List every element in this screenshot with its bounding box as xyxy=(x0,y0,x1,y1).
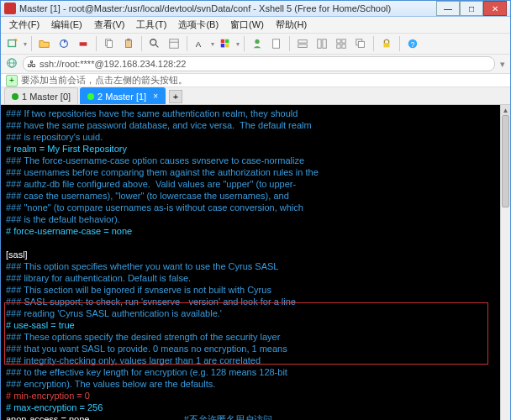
address-field[interactable]: 🖧 ssh://root:****@192.168.234.128:22 xyxy=(23,56,495,71)
svg-rect-12 xyxy=(221,39,224,43)
svg-rect-13 xyxy=(225,39,229,43)
menu-file[interactable]: 文件(F) xyxy=(4,17,45,33)
svg-rect-14 xyxy=(221,44,224,47)
svg-text:?: ? xyxy=(410,40,414,49)
hint-bar: + 要添加当前会话，点击左侧的箭头按钮。 xyxy=(1,74,510,87)
hint-text: 要添加当前会话，点击左侧的箭头按钮。 xyxy=(21,74,187,87)
lock-button[interactable] xyxy=(378,35,395,52)
window-title: Master [1] - root@Master:/usr/local/devt… xyxy=(19,3,436,13)
svg-rect-2 xyxy=(80,42,87,45)
copy-button[interactable] xyxy=(101,35,118,52)
font-button[interactable]: A xyxy=(192,35,208,52)
menu-tools[interactable]: 工具(T) xyxy=(131,17,171,33)
scroll-up-button[interactable]: ▲ xyxy=(501,105,510,115)
toolbar: ▾ A ▾ ▾ ? xyxy=(1,34,510,55)
disconnect-button[interactable] xyxy=(75,35,92,52)
window-controls: — □ ✕ xyxy=(436,1,507,16)
tab-master-1[interactable]: 2 Master [1] × xyxy=(80,87,166,104)
xshell-window: Master [1] - root@Master:/usr/local/devt… xyxy=(0,0,511,420)
svg-line-8 xyxy=(155,45,159,48)
help-button[interactable]: ? xyxy=(404,35,421,52)
svg-rect-0 xyxy=(8,40,16,47)
svg-rect-22 xyxy=(337,39,340,43)
terminal[interactable]: ### If two repositories have the same au… xyxy=(1,105,500,420)
reconnect-button[interactable] xyxy=(55,35,72,52)
menu-help[interactable]: 帮助(H) xyxy=(271,17,312,33)
svg-rect-18 xyxy=(298,40,308,44)
session-tabs: 1 Master [0] 2 Master [1] × + xyxy=(1,87,510,105)
scroll-thumb[interactable] xyxy=(502,115,509,207)
menu-view[interactable]: 查看(V) xyxy=(89,17,130,33)
menubar: 文件(F) 编辑(E) 查看(V) 工具(T) 选项卡(B) 窗口(W) 帮助(… xyxy=(1,17,510,34)
globe-icon xyxy=(6,57,18,71)
open-button[interactable] xyxy=(36,35,53,52)
cascade-button[interactable] xyxy=(352,35,369,52)
svg-rect-9 xyxy=(170,39,179,49)
menu-window[interactable]: 窗口(W) xyxy=(225,17,269,33)
folder-icon: 🖧 xyxy=(27,59,36,69)
status-dot-icon xyxy=(87,93,94,100)
search-button[interactable] xyxy=(146,35,163,52)
tab-add-button[interactable]: + xyxy=(169,90,182,103)
menu-options[interactable]: 选项卡(B) xyxy=(173,17,224,33)
new-session-button[interactable] xyxy=(4,35,21,52)
svg-rect-19 xyxy=(298,45,308,48)
svg-rect-4 xyxy=(107,41,112,48)
svg-rect-27 xyxy=(358,41,364,47)
svg-rect-15 xyxy=(225,44,229,47)
properties-button[interactable] xyxy=(166,35,182,52)
script-button[interactable] xyxy=(268,35,285,52)
tab-close-icon[interactable]: × xyxy=(153,92,158,101)
tile-grid-button[interactable] xyxy=(333,35,350,52)
paste-button[interactable] xyxy=(120,35,137,52)
svg-rect-28 xyxy=(384,43,390,47)
svg-rect-17 xyxy=(273,39,280,49)
svg-text:A: A xyxy=(196,39,202,49)
svg-rect-25 xyxy=(342,45,345,48)
tile-h-button[interactable] xyxy=(294,35,311,52)
svg-rect-24 xyxy=(337,45,340,48)
address-bar: 🖧 ssh://root:****@192.168.234.128:22 ▾ xyxy=(1,55,510,74)
svg-rect-23 xyxy=(342,39,345,43)
menu-edit[interactable]: 编辑(E) xyxy=(46,17,87,33)
address-value: ssh://root:****@192.168.234.128:22 xyxy=(40,59,186,69)
app-icon xyxy=(4,3,16,14)
tab-master-0[interactable]: 1 Master [0] xyxy=(4,87,78,104)
svg-rect-21 xyxy=(323,39,326,49)
tile-v-button[interactable] xyxy=(313,35,330,52)
svg-point-7 xyxy=(150,39,156,45)
titlebar[interactable]: Master [1] - root@Master:/usr/local/devt… xyxy=(1,1,510,17)
status-dot-icon xyxy=(12,93,18,100)
svg-rect-20 xyxy=(318,39,321,49)
color-button[interactable] xyxy=(217,35,234,52)
user-button[interactable] xyxy=(249,35,266,52)
svg-point-16 xyxy=(255,39,259,44)
minimize-button[interactable]: — xyxy=(436,1,460,16)
close-button[interactable]: ✕ xyxy=(483,1,507,16)
vertical-scrollbar[interactable]: ▲ ▼ xyxy=(500,105,510,420)
svg-rect-5 xyxy=(126,40,132,48)
add-session-button[interactable]: + xyxy=(6,75,18,87)
maximize-button[interactable]: □ xyxy=(460,1,483,16)
terminal-wrapper: ### If two repositories have the same au… xyxy=(1,105,510,420)
svg-rect-6 xyxy=(127,39,130,41)
